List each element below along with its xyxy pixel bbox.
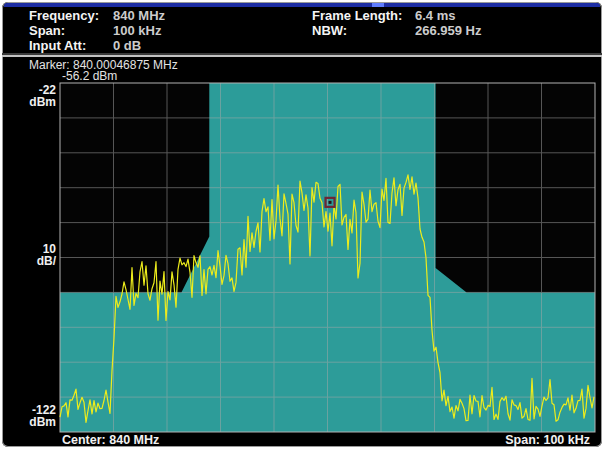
y-axis-scale-unit: dB/: [8, 255, 56, 267]
top-accent-bar: [4, 3, 600, 7]
header-separator: [2, 55, 602, 57]
nbw-label: NBW:: [312, 23, 347, 38]
top-accent-tick: [372, 3, 384, 7]
frequency-value: 840 MHz: [113, 8, 165, 23]
y-axis-bottom-unit: dBm: [8, 416, 56, 428]
y-axis-ref-unit: dBm: [8, 96, 56, 108]
frame-length-label: Frame Length:: [312, 8, 402, 23]
y-axis-ref-label: -22 dBm: [8, 84, 56, 108]
frequency-label: Frequency:: [29, 8, 99, 23]
center-frequency-annotation: Center: 840 MHz: [62, 433, 159, 447]
marker-indicator-dot: [329, 201, 332, 204]
marker-amplitude-readout: -56.2 dBm: [62, 69, 117, 83]
input-att-value: 0 dB: [113, 38, 141, 53]
spectrum-plot: [59, 82, 596, 434]
y-axis-bottom-label: -122 dBm: [8, 404, 56, 428]
nbw-value: 266.959 Hz: [415, 23, 482, 38]
span-annotation: Span: 100 kHz: [505, 433, 590, 447]
span-value: 100 kHz: [113, 23, 161, 38]
y-axis-scale-label: 10 dB/: [8, 243, 56, 267]
span-label: Span:: [29, 23, 65, 38]
analyzer-screen: Frequency: 840 MHz Span: 100 kHz Input A…: [2, 2, 602, 447]
input-att-label: Input Att:: [29, 38, 86, 53]
frame-length-value: 6.4 ms: [415, 8, 455, 23]
